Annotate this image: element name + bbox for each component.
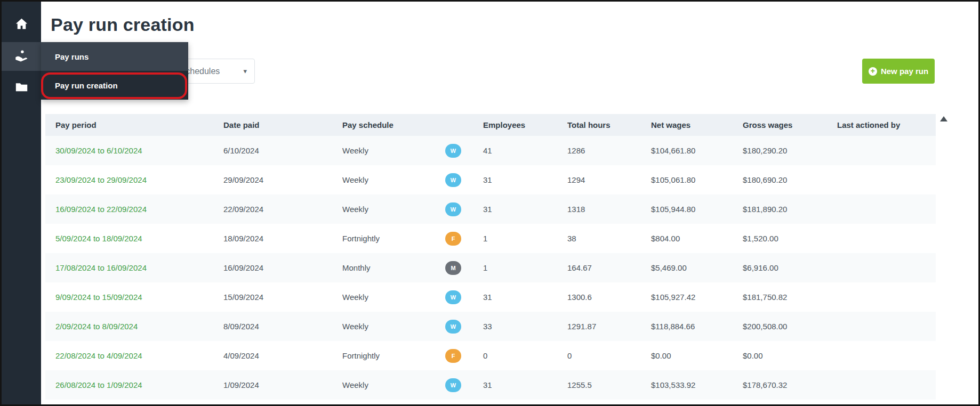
total-hours-cell: 0 (567, 351, 651, 360)
gross-wages-cell: $181,890.20 (743, 205, 837, 214)
table-row[interactable]: 17/08/2024 to 16/09/2024 16/09/2024 Mont… (45, 253, 936, 282)
pay-runs-table: Pay period Date paid Pay schedule Employ… (45, 114, 936, 400)
table-row[interactable]: 5/09/2024 to 18/09/2024 18/09/2024 Fortn… (45, 224, 936, 253)
pay-period-cell: 16/09/2024 to 22/09/2024 (55, 205, 223, 214)
flyout-item-pay-runs[interactable]: Pay runs (41, 42, 188, 71)
total-hours-cell: 1318 (567, 205, 651, 214)
schedule-badge: W (445, 202, 461, 216)
net-wages-cell: $105,061.80 (651, 175, 743, 184)
total-hours-cell: 1286 (567, 146, 651, 155)
pay-period-link[interactable]: 22/08/2024 to 4/09/2024 (55, 351, 142, 360)
schedule-badge: W (445, 378, 461, 392)
gross-wages-cell: $200,508.00 (743, 322, 837, 331)
total-hours-cell: 164.67 (567, 263, 651, 272)
employees-cell: 31 (483, 380, 567, 389)
pay-schedule-cell: Fortnightly F (342, 232, 483, 246)
table-row[interactable]: 23/09/2024 to 29/09/2024 29/09/2024 Week… (45, 165, 936, 194)
pay-period-link[interactable]: 16/09/2024 to 22/09/2024 (55, 205, 147, 214)
new-pay-run-button[interactable]: + New pay run (862, 59, 935, 84)
pay-period-cell: 9/09/2024 to 15/09/2024 (55, 293, 223, 302)
sidebar-item-files[interactable] (2, 76, 41, 100)
pay-schedule-label: Weekly (342, 146, 445, 155)
column-header-date-paid: Date paid (223, 120, 342, 129)
net-wages-cell: $103,533.92 (651, 380, 743, 389)
schedule-badge: W (445, 173, 461, 187)
date-paid-cell: 22/09/2024 (223, 205, 342, 214)
pay-runs-flyout-menu: Pay runs Pay run creation (41, 42, 188, 100)
pay-period-cell: 30/09/2024 to 6/10/2024 (55, 146, 223, 155)
total-hours-cell: 1300.6 (567, 293, 651, 302)
pay-schedule-label: Weekly (342, 322, 445, 331)
pay-schedule-label: Weekly (342, 380, 445, 389)
table-row[interactable]: 30/09/2024 to 6/10/2024 6/10/2024 Weekly… (45, 136, 936, 165)
date-paid-cell: 6/10/2024 (223, 146, 342, 155)
column-header-employees: Employees (483, 120, 567, 129)
table-row[interactable]: 2/09/2024 to 8/09/2024 8/09/2024 Weekly … (45, 312, 936, 341)
pay-period-link[interactable]: 26/08/2024 to 1/09/2024 (55, 380, 142, 389)
page-title: Pay run creation (51, 14, 195, 35)
pay-period-link[interactable]: 2/09/2024 to 8/09/2024 (55, 322, 138, 331)
pay-schedule-label: Weekly (342, 175, 445, 184)
new-pay-run-label: New pay run (881, 67, 928, 76)
pay-schedule-cell: Weekly W (342, 144, 483, 158)
column-header-net-wages: Net wages (651, 120, 743, 129)
schedule-badge: F (445, 349, 461, 363)
pay-period-cell: 23/09/2024 to 29/09/2024 (55, 175, 223, 184)
date-paid-cell: 15/09/2024 (223, 293, 342, 302)
gross-wages-cell: $0.00 (743, 351, 837, 360)
total-hours-cell: 1255.5 (567, 380, 651, 389)
table-row[interactable]: 16/09/2024 to 22/09/2024 22/09/2024 Week… (45, 194, 936, 224)
pay-schedule-label: Fortnightly (342, 234, 445, 243)
date-paid-cell: 16/09/2024 (223, 263, 342, 272)
pay-period-cell: 2/09/2024 to 8/09/2024 (55, 322, 223, 331)
sidebar-item-home[interactable] (2, 13, 41, 37)
pay-schedule-cell: Weekly W (342, 173, 483, 187)
pay-schedule-label: Monthly (342, 263, 445, 272)
total-hours-cell: 1294 (567, 175, 651, 184)
employees-cell: 31 (483, 205, 567, 214)
gross-wages-cell: $180,290.20 (743, 146, 837, 155)
net-wages-cell: $105,944.80 (651, 205, 743, 214)
date-paid-cell: 1/09/2024 (223, 380, 342, 389)
employees-cell: 41 (483, 146, 567, 155)
sidebar-item-pay-runs[interactable] (2, 42, 41, 71)
employees-cell: 33 (483, 322, 567, 331)
table-row[interactable]: 9/09/2024 to 15/09/2024 15/09/2024 Weekl… (45, 282, 936, 312)
date-paid-cell: 8/09/2024 (223, 322, 342, 331)
column-header-pay-schedule: Pay schedule (342, 120, 483, 129)
folder-icon (14, 80, 29, 96)
scrollbar-up-arrow[interactable] (940, 116, 947, 121)
net-wages-cell: $104,661.80 (651, 146, 743, 155)
schedule-badge: W (445, 320, 461, 334)
flyout-item-pay-run-creation[interactable]: Pay run creation (41, 71, 188, 100)
column-header-pay-period: Pay period (55, 120, 223, 129)
pay-run-creation-page: Pay run creation All schedules ▾ + New p… (0, 0, 980, 406)
net-wages-cell: $5,469.00 (651, 263, 743, 272)
pay-period-link[interactable]: 9/09/2024 to 15/09/2024 (55, 293, 142, 302)
column-header-gross-wages: Gross wages (743, 120, 837, 129)
pay-period-link[interactable]: 30/09/2024 to 6/10/2024 (55, 146, 142, 155)
employees-cell: 31 (483, 175, 567, 184)
pay-period-cell: 22/08/2024 to 4/09/2024 (55, 351, 223, 360)
payroll-icon (14, 48, 29, 65)
pay-schedule-label: Weekly (342, 293, 445, 302)
pay-period-cell: 26/08/2024 to 1/09/2024 (55, 380, 223, 389)
total-hours-cell: 38 (567, 234, 651, 243)
employees-cell: 31 (483, 293, 567, 302)
table-header-row: Pay period Date paid Pay schedule Employ… (45, 114, 936, 136)
gross-wages-cell: $180,690.20 (743, 175, 837, 184)
pay-period-link[interactable]: 5/09/2024 to 18/09/2024 (55, 234, 142, 243)
date-paid-cell: 18/09/2024 (223, 234, 342, 243)
pay-schedule-cell: Monthly M (342, 261, 483, 275)
table-row[interactable]: 26/08/2024 to 1/09/2024 1/09/2024 Weekly… (45, 370, 936, 400)
pay-period-link[interactable]: 23/09/2024 to 29/09/2024 (55, 175, 147, 184)
pay-schedule-label: Weekly (342, 205, 445, 214)
gross-wages-cell: $178,670.32 (743, 380, 837, 389)
pay-period-link[interactable]: 17/08/2024 to 16/09/2024 (55, 263, 147, 272)
plus-icon: + (869, 67, 877, 76)
table-row[interactable]: 22/08/2024 to 4/09/2024 4/09/2024 Fortni… (45, 341, 936, 370)
pay-schedule-cell: Fortnightly F (342, 349, 483, 363)
pay-period-cell: 5/09/2024 to 18/09/2024 (55, 234, 223, 243)
total-hours-cell: 1291.87 (567, 322, 651, 331)
pay-period-cell: 17/08/2024 to 16/09/2024 (55, 263, 223, 272)
